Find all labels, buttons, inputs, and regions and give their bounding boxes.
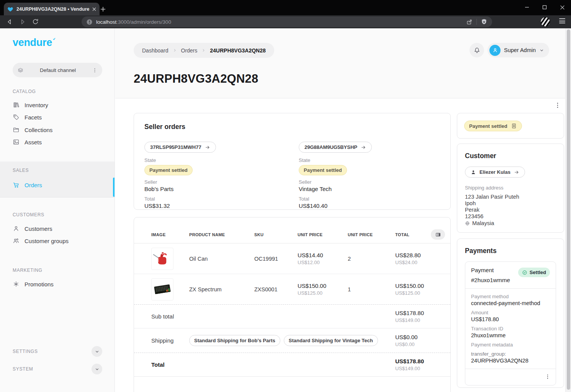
column-settings-button[interactable] <box>431 229 445 240</box>
shipping-amount-old: US$0.00 <box>395 341 441 347</box>
url-host: localhost <box>96 19 116 25</box>
sidebar-item-facets[interactable]: Facets <box>13 112 42 122</box>
channel-label: Default channel <box>24 67 92 73</box>
seller-name: Bob's Parts <box>144 186 299 192</box>
shipping-row: Shipping Standard Shipping for Bob's Par… <box>134 328 450 353</box>
quantity: 2 <box>348 256 395 262</box>
scrollbar-thumb[interactable] <box>567 29 570 390</box>
order-state-text: Payment settled <box>469 123 507 129</box>
total-amount: US$178.80 <box>395 358 441 364</box>
table-header-row: IMAGE PRODUCT NAME SKU UNIT PRICE UNIT P… <box>134 226 450 243</box>
window-minimize-icon[interactable] <box>518 0 536 15</box>
reload-icon[interactable] <box>32 18 39 25</box>
window-maximize-icon[interactable] <box>536 0 553 15</box>
sidebar: vendure Default channel CATALOG Inventor… <box>0 28 115 392</box>
transaction-id: 2huxo1wmme <box>471 332 550 338</box>
system-expand-button[interactable] <box>92 364 102 374</box>
address-bar[interactable]: localhost:3000/admin/orders/300 <box>82 16 492 27</box>
sidebar-item-label: Collections <box>25 127 52 133</box>
product-sku: ZXS0001 <box>254 286 298 292</box>
channel-menu-icon[interactable] <box>92 67 98 73</box>
person-icon <box>13 225 20 232</box>
status-badge: Payment settled <box>299 165 347 175</box>
product-image-oil-can <box>151 248 173 270</box>
customer-link[interactable]: Eliezer Kulas <box>465 167 525 178</box>
shipping-method-chip[interactable]: Standard Shipping for Bob's Parts <box>189 335 280 346</box>
profile-avatar[interactable] <box>540 17 550 27</box>
sidebar-section-system: SYSTEM <box>13 364 102 374</box>
asterisk-icon <box>13 281 20 287</box>
column-header-image: IMAGE <box>151 232 189 237</box>
user-menu[interactable]: Super Admin <box>488 43 549 57</box>
history-document-icon <box>511 123 517 129</box>
browser-tab[interactable]: 24URPH8VG3A2QN28 • Vendure <box>4 3 100 15</box>
address-postal-code: 123456 <box>465 213 556 220</box>
window-controls <box>518 0 571 15</box>
sidebar-item-customer-groups[interactable]: Customer groups <box>13 236 69 246</box>
browser-menu-icon[interactable] <box>559 18 565 23</box>
browser-toolbar: localhost:3000/admin/orders/300 <box>0 15 571 28</box>
folder-icon <box>13 126 20 133</box>
payment-header: Payment #2huxo1wmme Settled <box>465 262 556 289</box>
arrow-right-icon <box>361 145 366 150</box>
settings-expand-button[interactable] <box>92 346 102 357</box>
sidebar-item-assets[interactable]: Assets <box>13 137 42 147</box>
globe-icon <box>465 221 470 226</box>
shipping-address-label: Shipping address <box>465 185 556 191</box>
page-scrollbar[interactable] <box>565 28 571 392</box>
breadcrumb-orders[interactable]: Orders <box>181 47 198 54</box>
site-info-icon[interactable] <box>86 19 93 25</box>
payments-title: Payments <box>465 247 556 255</box>
payment-body: Payment method connected-payment-method … <box>465 289 556 369</box>
unit-price-cell: US$150.00 US$125.00 <box>298 283 348 296</box>
sidebar-section-settings: SETTINGS <box>13 346 102 357</box>
channel-switcher[interactable]: Default channel <box>13 63 102 77</box>
sidebar-item-label: Inventory <box>25 102 48 108</box>
vendure-favicon-icon <box>7 6 13 12</box>
payment-detail-card: Payment #2huxo1wmme Settled Payment meth… <box>465 261 556 385</box>
seller-order-code: 29G88AM9UG5BYSHP <box>304 144 357 150</box>
payment-method: connected-payment-method <box>471 300 550 306</box>
section-label-customers: CUSTOMERS <box>13 212 44 217</box>
address-bar-actions <box>466 18 488 25</box>
order-state-badge[interactable]: Payment settled <box>464 121 522 131</box>
sidebar-item-inventory[interactable]: Inventory <box>13 100 48 110</box>
forward-icon[interactable] <box>19 18 26 26</box>
shipping-method-chip[interactable]: Standard Shipping for Vintage Tech <box>284 335 378 346</box>
vendure-logo[interactable]: vendure <box>13 37 56 49</box>
product-name: Oil Can <box>189 256 254 262</box>
transaction-id-label: Transaction ID <box>471 326 550 332</box>
notifications-button[interactable] <box>470 43 484 57</box>
product-sku: OC19991 <box>254 256 298 262</box>
shipping-methods: Standard Shipping for Bob's Parts Standa… <box>189 335 395 346</box>
people-icon <box>13 237 20 244</box>
seller-order-link[interactable]: 37RLSP95P31MWH77 <box>144 142 216 153</box>
sidebar-item-customers[interactable]: Customers <box>13 224 52 234</box>
breadcrumb-dashboard[interactable]: Dashboard <box>142 47 169 54</box>
sidebar-item-orders[interactable]: Orders <box>13 180 42 190</box>
section-label-settings: SETTINGS <box>13 349 38 354</box>
payment-metadata-label: Payment metadata <box>471 342 550 348</box>
payment-actions-menu-icon[interactable] <box>545 373 551 381</box>
browser-window: 24URPH8VG3A2QN28 • Vendure <box>0 0 571 392</box>
payment-status-text: Settled <box>530 270 546 275</box>
brave-shield-icon[interactable] <box>481 18 488 25</box>
customer-title: Customer <box>465 152 556 160</box>
inventory-icon <box>13 101 20 108</box>
page-actions-menu-icon[interactable] <box>554 101 561 109</box>
total-label: Total <box>144 196 299 202</box>
user-icon <box>492 47 498 53</box>
new-tab-button[interactable] <box>98 4 108 14</box>
seller-name: Vintage Tech <box>299 186 440 192</box>
sidebar-item-collections[interactable]: Collections <box>13 125 52 135</box>
tab-close-icon[interactable] <box>92 7 96 11</box>
sidebar-item-promotions[interactable]: Promotions <box>13 279 54 289</box>
unit-price: US$150.00 <box>298 283 348 289</box>
state-label: State <box>299 157 440 163</box>
share-icon[interactable] <box>466 19 473 25</box>
unit-price-old: US$12.00 <box>298 260 348 265</box>
back-icon[interactable] <box>6 18 13 26</box>
seller-order-link[interactable]: 29G88AM9UG5BYSHP <box>299 142 372 153</box>
sidebar-item-label: Assets <box>25 139 42 145</box>
window-close-icon[interactable] <box>553 0 571 15</box>
